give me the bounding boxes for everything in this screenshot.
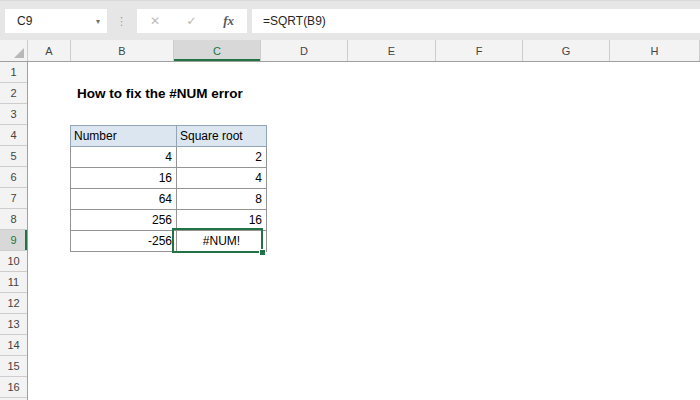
cell-b9[interactable]: -256 — [71, 231, 177, 252]
select-all-button[interactable] — [0, 40, 28, 61]
formula-bar-separator-dots-icon: ⋮ — [116, 9, 127, 33]
insert-function-icon[interactable]: fx — [223, 13, 234, 29]
table-header-number[interactable]: Number — [71, 126, 177, 147]
row-header-2[interactable]: 2 — [0, 83, 27, 104]
row-header-10[interactable]: 10 — [0, 251, 27, 272]
row-headers: 1 2 3 4 5 6 7 8 9 10 11 12 13 14 15 16 — [0, 62, 28, 400]
row-header-5[interactable]: 5 — [0, 146, 27, 167]
column-header-d[interactable]: D — [261, 40, 348, 61]
column-header-a[interactable]: A — [28, 40, 71, 61]
column-header-c[interactable]: C — [174, 40, 261, 61]
column-header-b[interactable]: B — [71, 40, 174, 61]
enter-icon[interactable]: ✓ — [187, 14, 197, 28]
cell-reference: C9 — [5, 14, 96, 28]
spreadsheet-window: C9 ▾ ⋮ ✕ ✓ fx =SQRT(B9) A B C D E F G H — [0, 0, 700, 400]
row-header-6[interactable]: 6 — [0, 167, 27, 188]
row-header-8[interactable]: 8 — [0, 209, 27, 230]
row-header-7[interactable]: 7 — [0, 188, 27, 209]
table-header-square-root[interactable]: Square root — [177, 126, 267, 147]
row-header-14[interactable]: 14 — [0, 335, 27, 356]
row-header-16[interactable]: 16 — [0, 377, 27, 398]
row-header-1[interactable]: 1 — [0, 62, 27, 83]
formula-text: =SQRT(B9) — [252, 14, 326, 28]
name-box-dropdown-icon[interactable]: ▾ — [96, 17, 107, 26]
cell-grid[interactable]: How to fix the #NUM error Number Square … — [28, 62, 700, 400]
formula-bar-buttons: ✕ ✓ fx — [137, 9, 247, 33]
selected-cell-outline[interactable] — [172, 228, 263, 253]
column-header-f[interactable]: F — [436, 40, 523, 61]
cell-c5[interactable]: 2 — [177, 147, 267, 168]
worksheet: A B C D E F G H 1 2 3 4 5 6 7 8 9 10 11 … — [0, 40, 700, 400]
page-title: How to fix the #NUM error — [77, 83, 243, 104]
column-headers: A B C D E F G H — [0, 40, 700, 62]
row-header-11[interactable]: 11 — [0, 272, 27, 293]
formula-bar: C9 ▾ ⋮ ✕ ✓ fx =SQRT(B9) — [0, 0, 700, 40]
column-header-h[interactable]: H — [610, 40, 700, 61]
row-header-3[interactable]: 3 — [0, 104, 27, 125]
table-row: 64 8 — [71, 189, 267, 210]
table-header-row: Number Square root — [71, 126, 267, 147]
table-row: 16 4 — [71, 168, 267, 189]
name-box[interactable]: C9 ▾ — [5, 9, 107, 33]
select-all-triangle-icon — [14, 48, 24, 58]
cell-b5[interactable]: 4 — [71, 147, 177, 168]
table-row: 4 2 — [71, 147, 267, 168]
cell-b8[interactable]: 256 — [71, 210, 177, 231]
row-header-13[interactable]: 13 — [0, 314, 27, 335]
row-header-12[interactable]: 12 — [0, 293, 27, 314]
cell-b7[interactable]: 64 — [71, 189, 177, 210]
cancel-icon[interactable]: ✕ — [150, 14, 160, 28]
formula-input[interactable]: =SQRT(B9) — [252, 9, 700, 33]
fill-handle[interactable] — [259, 249, 266, 256]
column-header-e[interactable]: E — [348, 40, 436, 61]
cell-c7[interactable]: 8 — [177, 189, 267, 210]
row-header-15[interactable]: 15 — [0, 356, 27, 377]
cell-b6[interactable]: 16 — [71, 168, 177, 189]
column-header-g[interactable]: G — [523, 40, 610, 61]
row-header-9[interactable]: 9 — [0, 230, 27, 251]
row-header-4[interactable]: 4 — [0, 125, 27, 146]
cell-c6[interactable]: 4 — [177, 168, 267, 189]
